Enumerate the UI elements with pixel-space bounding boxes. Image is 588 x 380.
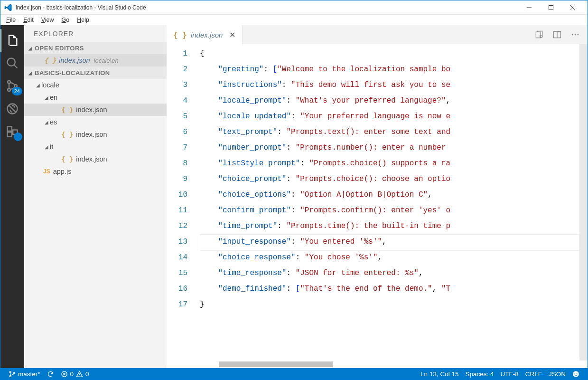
json-icon: { } bbox=[44, 57, 56, 64]
window-controls bbox=[518, 0, 584, 15]
tree-folder-it[interactable]: ◢ it bbox=[24, 141, 167, 153]
menubar: File Edit View Go Help bbox=[0, 15, 588, 25]
menu-edit[interactable]: Edit bbox=[19, 16, 37, 24]
compare-changes-icon[interactable] bbox=[534, 30, 544, 39]
statusbar: master* 0 0 Ln 13, Col 15 Spaces: 4 UTF-… bbox=[0, 368, 588, 380]
editor-content[interactable]: 1234567891011121314151617 { "greeting": … bbox=[167, 44, 588, 361]
status-branch[interactable]: master* bbox=[5, 368, 44, 380]
activity-extensions[interactable] bbox=[0, 120, 24, 143]
status-language[interactable]: JSON bbox=[545, 368, 569, 380]
tree-folder-en[interactable]: ◢ en bbox=[24, 91, 167, 104]
tree-file-it-index[interactable]: { } index.json bbox=[24, 153, 167, 165]
svg-point-17 bbox=[13, 372, 15, 373]
warning-icon bbox=[76, 370, 83, 378]
svg-point-2 bbox=[8, 81, 10, 84]
svg-rect-0 bbox=[549, 5, 553, 10]
status-encoding[interactable]: UTF-8 bbox=[497, 368, 522, 380]
status-eol[interactable]: CRLF bbox=[522, 368, 545, 380]
maximize-button[interactable] bbox=[540, 0, 562, 15]
menu-file[interactable]: File bbox=[2, 16, 19, 24]
smiley-icon bbox=[572, 370, 579, 378]
status-indentation[interactable]: Spaces: 4 bbox=[462, 368, 497, 380]
svg-rect-7 bbox=[8, 132, 12, 136]
menu-go[interactable]: Go bbox=[58, 16, 74, 24]
svg-point-20 bbox=[575, 373, 576, 374]
open-editors-header[interactable]: ◢ OPEN EDITORS bbox=[24, 42, 167, 54]
tree-file-appjs[interactable]: JS app.js bbox=[24, 165, 167, 178]
status-sync[interactable] bbox=[44, 368, 57, 380]
chevron-down-icon: ◢ bbox=[43, 144, 50, 150]
tab-index-json[interactable]: { } index.json ✕ bbox=[167, 25, 243, 44]
status-feedback[interactable] bbox=[569, 368, 583, 380]
scrollbar-thumb[interactable] bbox=[219, 361, 333, 367]
code-area[interactable]: { "greeting": ["Welcome to the localizat… bbox=[200, 44, 579, 361]
minimize-button[interactable] bbox=[518, 0, 540, 15]
svg-point-14 bbox=[577, 34, 579, 36]
activity-bar: 24 bbox=[0, 25, 24, 368]
sidebar-title: EXPLORER bbox=[24, 25, 167, 42]
svg-point-1 bbox=[8, 58, 15, 66]
chevron-down-icon: ◢ bbox=[35, 83, 41, 88]
line-gutter: 1234567891011121314151617 bbox=[167, 44, 200, 361]
tree-folder-es[interactable]: ◢ es bbox=[24, 116, 167, 128]
editor-group: { } index.json ✕ 12345678910111213141516… bbox=[167, 25, 588, 368]
svg-point-10 bbox=[540, 35, 542, 38]
activity-search[interactable] bbox=[0, 52, 24, 75]
json-icon: { } bbox=[61, 106, 73, 114]
chevron-down-icon: ◢ bbox=[26, 70, 35, 76]
open-editor-item[interactable]: { } index.json locale\en bbox=[24, 54, 167, 66]
js-icon: JS bbox=[43, 168, 50, 175]
close-icon[interactable]: ✕ bbox=[229, 30, 235, 39]
horizontal-scrollbar[interactable] bbox=[167, 361, 588, 368]
project-header[interactable]: ◢ BASICS-LOCALIZATION bbox=[24, 66, 167, 79]
window-title: index.json - basics-localization - Visua… bbox=[16, 4, 518, 11]
more-icon[interactable] bbox=[570, 30, 580, 39]
files-icon bbox=[6, 34, 19, 47]
activity-explorer[interactable] bbox=[0, 29, 24, 52]
main-area: 24 EXPLORER ◢ OPEN EDITORS { } index.jso… bbox=[0, 25, 588, 368]
chevron-down-icon: ◢ bbox=[43, 120, 50, 125]
split-editor-icon[interactable] bbox=[552, 30, 562, 39]
svg-point-12 bbox=[572, 34, 573, 36]
search-icon bbox=[6, 57, 19, 70]
json-icon: { } bbox=[173, 30, 187, 39]
tree-file-en-index[interactable]: { } index.json bbox=[24, 104, 167, 116]
svg-rect-6 bbox=[8, 127, 12, 131]
extensions-badge bbox=[14, 133, 22, 141]
svg-point-3 bbox=[8, 88, 10, 91]
tree-folder-locale[interactable]: ◢ locale bbox=[24, 79, 167, 91]
status-cursor-position[interactable]: Ln 13, Col 15 bbox=[417, 368, 462, 380]
titlebar: index.json - basics-localization - Visua… bbox=[0, 0, 588, 15]
tree-file-es-index[interactable]: { } index.json bbox=[24, 128, 167, 141]
close-button[interactable] bbox=[562, 0, 584, 15]
minimap[interactable] bbox=[579, 44, 588, 361]
scm-badge: 24 bbox=[12, 87, 22, 95]
menu-view[interactable]: View bbox=[37, 16, 58, 24]
editor-actions bbox=[534, 25, 588, 44]
vscode-logo-icon bbox=[4, 4, 12, 11]
chevron-down-icon: ◢ bbox=[26, 46, 35, 51]
activity-scm[interactable]: 24 bbox=[0, 75, 24, 97]
svg-point-16 bbox=[9, 375, 11, 377]
activity-debug[interactable] bbox=[0, 97, 24, 120]
json-icon: { } bbox=[61, 155, 73, 163]
status-problems[interactable]: 0 0 bbox=[57, 368, 93, 380]
svg-point-19 bbox=[573, 371, 579, 377]
svg-point-15 bbox=[9, 371, 11, 372]
svg-point-21 bbox=[577, 373, 578, 374]
editor-tabs: { } index.json ✕ bbox=[167, 25, 588, 44]
chevron-down-icon: ◢ bbox=[43, 95, 50, 100]
debug-icon bbox=[6, 102, 19, 115]
git-branch-icon bbox=[9, 370, 16, 378]
sidebar-explorer: EXPLORER ◢ OPEN EDITORS { } index.json l… bbox=[24, 25, 167, 368]
menu-help[interactable]: Help bbox=[73, 16, 93, 24]
error-icon bbox=[61, 370, 68, 378]
sync-icon bbox=[47, 370, 54, 378]
svg-point-13 bbox=[575, 34, 576, 36]
json-icon: { } bbox=[61, 131, 73, 138]
